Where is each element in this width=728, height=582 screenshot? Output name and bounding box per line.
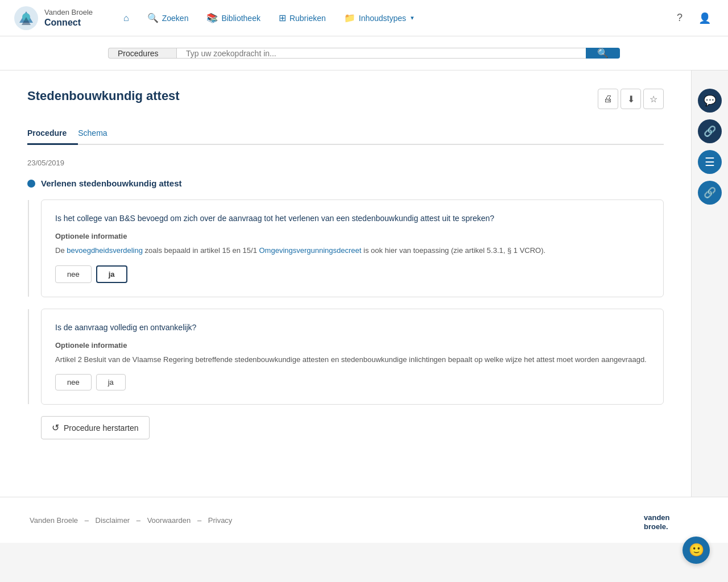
optional-label-1: Optionele informatie xyxy=(55,232,650,240)
question-text-1: Is het college van B&S bevoegd om zich o… xyxy=(55,214,650,223)
svg-text:broele.: broele. xyxy=(644,522,668,531)
link-icon: 🔗 xyxy=(704,125,716,138)
question-card-1: Is het college van B&S bevoegd om zich o… xyxy=(41,199,664,297)
footer-voorwaarden[interactable]: Voorwaarden xyxy=(147,516,191,525)
question-card-2: Is de aanvraag volledig en ontvankelijk?… xyxy=(41,309,664,405)
restart-button[interactable]: ↺ Procedure herstarten xyxy=(41,416,150,439)
step-title: Verlenen stedenbouwkundig attest xyxy=(41,178,182,188)
chevron-down-icon: ▾ xyxy=(411,14,414,22)
action-icons: 🖨 ⬇ ☆ xyxy=(598,89,664,109)
optional-label-2: Optionele informatie xyxy=(55,341,650,350)
header: Vanden Broele Connect ⌂ 🔍 Zoeken 📚 Bibli… xyxy=(0,0,728,36)
link-bevoegdheidsverdeling[interactable]: bevoegdheidsverdeling xyxy=(67,246,143,255)
right-sidebar: 💬 🔗 ☰ 🔗 xyxy=(692,70,728,497)
btn-group-1: nee ja xyxy=(55,265,650,283)
download-button[interactable]: ⬇ xyxy=(621,89,641,109)
footer-logo: vanden broele. xyxy=(644,509,701,531)
external-link-icon: 🔗 xyxy=(704,186,716,199)
restart-label: Procedure herstarten xyxy=(64,423,139,433)
btn-nee-1[interactable]: nee xyxy=(55,265,92,283)
nav-library[interactable]: 📚 Bibliotheek xyxy=(198,8,268,28)
main-layout: Stedenbouwkundig attest 🖨 ⬇ ☆ Procedure … xyxy=(0,70,728,497)
optional-info-1: De bevoegdheidsverdeling zoals bepaald i… xyxy=(55,245,650,256)
btn-nee-2[interactable]: nee xyxy=(55,374,92,390)
tab-schema[interactable]: Schema xyxy=(78,123,118,145)
footer: Vanden Broele – Disclaimer – Voorwaarden… xyxy=(0,497,728,543)
link-omgevingsvergunningsdecreet[interactable]: Omgevingsvergunningsdecreet xyxy=(259,246,361,255)
btn-ja-1[interactable]: ja xyxy=(96,265,127,283)
print-button[interactable]: 🖨 xyxy=(598,89,618,109)
home-icon: ⌂ xyxy=(123,13,129,23)
tab-procedure[interactable]: Procedure xyxy=(27,123,78,145)
search-icon: 🔍 xyxy=(147,13,159,23)
btn-group-2: nee ja xyxy=(55,374,650,390)
footer-vb[interactable]: Vanden Broele xyxy=(30,516,78,525)
sidebar-link-button[interactable]: 🔗 xyxy=(698,119,722,143)
search-button[interactable]: 🔍 xyxy=(586,48,620,59)
nav-content-types[interactable]: 📁 Inhoudstypes ▾ xyxy=(336,8,422,28)
restart-icon: ↺ xyxy=(52,422,59,433)
footer-sep1: – xyxy=(85,516,91,525)
search-input[interactable] xyxy=(176,48,586,59)
logo-text: Vanden Broele Connect xyxy=(44,8,93,28)
date-label: 23/05/2019 xyxy=(27,159,664,167)
svg-text:vanden: vanden xyxy=(644,513,670,522)
footer-logo-svg: vanden broele. xyxy=(644,509,701,531)
search-tag: Procedures xyxy=(108,48,176,59)
nav-search[interactable]: 🔍 Zoeken xyxy=(139,8,197,28)
step-header: Verlenen stedenbouwkundig attest xyxy=(27,178,664,188)
footer-links: Vanden Broele – Disclaimer – Voorwaarden… xyxy=(27,516,234,525)
header-actions: ? 👤 xyxy=(673,9,714,28)
user-button[interactable]: 👤 xyxy=(695,9,714,28)
folder-icon: 📁 xyxy=(344,13,355,23)
btn-ja-2[interactable]: ja xyxy=(96,374,126,390)
logo[interactable]: Vanden Broele Connect xyxy=(14,6,93,31)
tabs: Procedure Schema xyxy=(27,123,664,145)
footer-sep2: – xyxy=(136,516,143,525)
nav-categories[interactable]: ⊞ Rubrieken xyxy=(271,8,334,28)
optional-info-2: Artikel 2 Besluit van de Vlaamse Regerin… xyxy=(55,354,650,365)
list-icon: ☰ xyxy=(705,155,715,169)
grid-icon: ⊞ xyxy=(279,13,286,23)
sidebar-list-button[interactable]: ☰ xyxy=(698,150,722,174)
footer-privacy[interactable]: Privacy xyxy=(208,516,233,525)
search-bar-area: Procedures 🔍 xyxy=(0,36,728,70)
comment-icon: 💬 xyxy=(704,94,716,107)
page-title: Stedenbouwkundig attest xyxy=(27,89,180,103)
logo-icon xyxy=(14,6,39,31)
question-text-2: Is de aanvraag volledig en ontvankelijk? xyxy=(55,323,650,332)
content-area: Stedenbouwkundig attest 🖨 ⬇ ☆ Procedure … xyxy=(0,70,692,497)
bookmark-button[interactable]: ☆ xyxy=(643,89,664,109)
sidebar-comment-button[interactable]: 💬 xyxy=(698,89,722,113)
footer-disclaimer[interactable]: Disclaimer xyxy=(96,516,130,525)
library-icon: 📚 xyxy=(206,13,218,23)
step-dot xyxy=(27,180,35,188)
footer-sep3: – xyxy=(197,516,204,525)
search-submit-icon: 🔍 xyxy=(597,48,609,58)
search-bar-wrapper: Procedures 🔍 xyxy=(108,48,620,59)
main-nav: ⌂ 🔍 Zoeken 📚 Bibliotheek ⊞ Rubrieken 📁 I… xyxy=(115,8,673,28)
content-header: Stedenbouwkundig attest 🖨 ⬇ ☆ xyxy=(27,89,664,109)
help-button[interactable]: ? xyxy=(673,9,686,27)
nav-home[interactable]: ⌂ xyxy=(115,9,137,28)
sidebar-link2-button[interactable]: 🔗 xyxy=(698,181,722,205)
